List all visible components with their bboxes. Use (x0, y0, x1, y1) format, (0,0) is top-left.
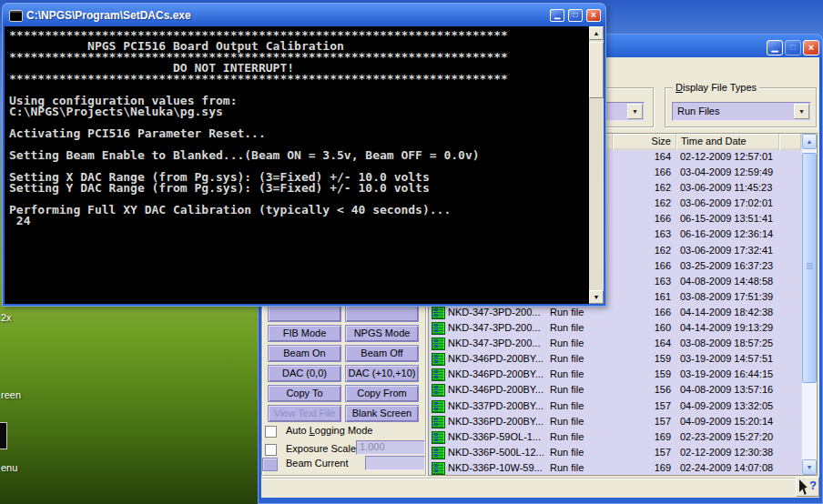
file-size: 160 (613, 322, 671, 333)
console-window: C:\NPGS\Program\SetDACs.exe ▁ □ × ******… (2, 3, 606, 307)
npgs-file-icon (432, 338, 445, 350)
file-name: NKD-347-3PD-200... (448, 338, 541, 348)
file-size: 162 (613, 197, 671, 208)
file-row[interactable]: NKD-346PD-200BY...Run file15903-19-2009 … (429, 352, 801, 368)
file-date: 04-14-2009 19:13:29 (680, 322, 773, 333)
file-date: 03-08-2009 18:57:25 (680, 338, 773, 348)
scroll-up-icon[interactable]: ▲ (802, 134, 817, 149)
file-name: NKD-346PD-200BY... (448, 368, 544, 379)
minimize-button[interactable]: ▁ (550, 9, 564, 22)
scroll-down-icon[interactable]: ▼ (802, 459, 817, 475)
close-button[interactable]: × (803, 40, 819, 55)
view-text-file-button: View Text File (268, 405, 341, 422)
file-types-selected: Run Files (677, 106, 719, 116)
auto-logging-checkbox[interactable] (265, 426, 277, 438)
copy-to-button[interactable]: Copy To (268, 385, 341, 402)
file-size: 169 (613, 462, 671, 473)
file-size: 162 (613, 245, 671, 256)
file-type: Run file (550, 338, 584, 348)
status-bar: ? (261, 478, 819, 498)
close-button[interactable]: × (586, 9, 601, 22)
console-title-bar[interactable]: C:\NPGS\Program\SetDACs.exe ▁ □ × (5, 3, 604, 26)
console-icon (9, 10, 23, 22)
npgs-mode-button[interactable]: NPGS Mode (345, 325, 419, 342)
file-date: 04-14-2009 18:42:38 (680, 307, 773, 318)
file-date: 02-12-2009 12:30:38 (680, 447, 773, 458)
file-date: 02-23-2009 15:27:20 (680, 431, 773, 442)
console-body: ****************************************… (5, 26, 604, 304)
file-name: NKD-346PD-200BY... (448, 353, 544, 364)
desktop-shortcut-icon[interactable] (0, 422, 7, 449)
column-header-date[interactable]: Time and Date (676, 134, 779, 150)
file-type: Run file (550, 307, 584, 318)
file-row[interactable]: NKD-347-3PD-200...Run file16004-14-2009 … (429, 321, 801, 337)
auto-logging-label: Auto Logging Mode (286, 425, 372, 436)
npgs-file-icon (432, 307, 445, 319)
file-date: 06-15-2009 13:51:41 (680, 213, 773, 224)
column-header-filler (779, 134, 801, 150)
column-header-size[interactable]: Size (613, 134, 676, 150)
desktop-icon-label[interactable]: 2x (1, 312, 12, 323)
scroll-up-icon[interactable]: ▲ (589, 26, 604, 40)
exposure-scale-checkbox[interactable] (265, 444, 277, 456)
copy-from-button[interactable]: Copy From (345, 385, 419, 402)
file-row[interactable]: NKD-337PD-200BY...Run file15704-09-2009 … (429, 399, 801, 415)
file-row[interactable]: NKD-336P-10W-59...Run file16902-24-2009 … (429, 461, 801, 475)
unlabeled-button[interactable] (345, 305, 419, 322)
beam-current-field[interactable] (365, 456, 425, 470)
npgs-file-icon (432, 353, 445, 366)
file-size: 163 (613, 228, 671, 239)
file-size: 169 (613, 431, 671, 442)
file-row[interactable]: NKD-347-3PD-200...Run file16403-08-2009 … (429, 337, 801, 352)
exposure-scale-label: Exposure Scale (286, 443, 356, 454)
file-row[interactable]: NKD-346PD-200BY...Run file15903-19-2009 … (429, 368, 801, 383)
blank-screen-button[interactable]: Blank Screen (345, 405, 419, 422)
console-text: ****************************************… (5, 26, 589, 304)
file-type: Run file (550, 384, 584, 395)
file-row[interactable]: NKD-347-3PD-200...Run file16604-14-2009 … (429, 306, 801, 321)
file-row[interactable]: NKD-336P-59OL-1...Run file16902-23-2009 … (429, 430, 801, 446)
beam-on-button[interactable]: Beam On (268, 345, 341, 362)
file-date: 03-06-2009 17:02:01 (680, 197, 773, 208)
file-name: NKD-347-3PD-200... (448, 307, 541, 318)
file-date: 03-06-2009 11:45:23 (680, 182, 772, 193)
maximize-button[interactable]: □ (568, 9, 583, 22)
npgs-file-icon (432, 431, 445, 444)
file-row[interactable]: NKD-346PD-200BY...Run file15604-08-2009 … (429, 383, 801, 398)
file-row[interactable]: NKD-336PD-200BY...Run file15704-09-2009 … (429, 415, 801, 430)
file-date: 04-08-2009 14:48:58 (680, 276, 773, 287)
file-type: Run file (550, 447, 584, 458)
npgs-file-icon (432, 384, 445, 397)
dac-0-0-button[interactable]: DAC (0,0) (268, 365, 341, 382)
file-list-scrollbar[interactable]: ▲ ▼ (801, 134, 817, 475)
file-name: NKD-336P-59OL-1... (448, 431, 541, 442)
scrollbar-thumb[interactable] (802, 153, 817, 383)
file-types-dropdown[interactable]: Run Files ▼ (672, 102, 811, 121)
desktop-icon-label[interactable]: enu (1, 462, 17, 473)
file-type: Run file (550, 462, 584, 473)
file-date: 04-08-2009 13:57:16 (680, 384, 773, 395)
file-row[interactable]: NKD-336P-500L-12...Run file15702-12-2009… (429, 446, 801, 461)
file-type: Run file (550, 353, 584, 364)
file-size: 161 (613, 291, 671, 302)
dac-10-10-button[interactable]: DAC (+10,+10) (345, 365, 419, 382)
chevron-down-icon[interactable]: ▼ (627, 104, 643, 119)
minimize-button[interactable]: ▁ (767, 40, 783, 55)
console-scrollbar[interactable]: ▲ ▼ (589, 26, 604, 304)
exposure-scale-field[interactable]: 1.000 (356, 440, 425, 455)
file-size: 166 (613, 260, 671, 271)
chevron-down-icon[interactable]: ▼ (794, 104, 809, 119)
file-name: NKD-346PD-200BY... (448, 384, 544, 395)
beam-off-button[interactable]: Beam Off (345, 345, 419, 362)
beam-current-checkbox[interactable] (262, 458, 278, 471)
npgs-file-icon (432, 368, 445, 381)
file-type: Run file (550, 416, 584, 427)
scrollbar-thumb[interactable] (589, 42, 604, 98)
scroll-down-icon[interactable]: ▼ (589, 290, 604, 304)
file-size: 166 (613, 213, 671, 224)
fib-mode-button[interactable]: FIB Mode (268, 325, 341, 342)
unlabeled-button[interactable] (268, 305, 341, 322)
desktop-icon-label[interactable]: reen (1, 389, 21, 400)
display-file-types-group: Display File Types Run Files ▼ (665, 87, 817, 127)
file-size: 157 (613, 416, 671, 427)
